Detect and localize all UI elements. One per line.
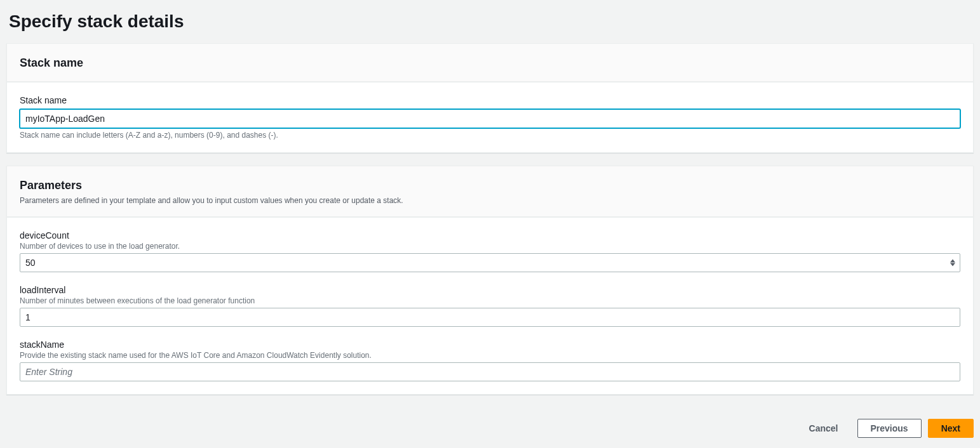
loadinterval-label: loadInterval [20, 285, 960, 295]
stacknameparam-input[interactable] [20, 362, 960, 381]
parameters-section-subtitle: Parameters are defined in your template … [20, 196, 960, 205]
parameters-panel-header: Parameters Parameters are defined in you… [7, 166, 973, 217]
footer-actions: Cancel Previous Next [6, 407, 974, 440]
stack-name-panel: Stack name Stack name Stack name can inc… [6, 43, 974, 153]
stack-name-panel-header: Stack name [7, 44, 973, 82]
devicecount-select[interactable]: 50 [20, 253, 960, 272]
stack-name-help: Stack name can include letters (A-Z and … [20, 131, 960, 140]
loadinterval-description: Number of minutes between executions of … [20, 296, 960, 305]
previous-button[interactable]: Previous [857, 419, 922, 438]
parameters-panel: Parameters Parameters are defined in you… [6, 166, 974, 395]
devicecount-label: deviceCount [20, 230, 960, 240]
stacknameparam-description: Provide the existing stack name used for… [20, 351, 960, 360]
loadinterval-input[interactable] [20, 308, 960, 327]
stack-name-section-title: Stack name [20, 56, 960, 70]
stack-name-input[interactable] [20, 109, 960, 128]
parameters-panel-body: deviceCount Number of devices to use in … [7, 217, 973, 394]
stack-name-panel-body: Stack name Stack name can include letter… [7, 82, 973, 152]
stack-name-label: Stack name [20, 95, 960, 105]
stacknameparam-label: stackName [20, 339, 960, 350]
page-title: Specify stack details [9, 11, 974, 32]
next-button[interactable]: Next [928, 419, 974, 438]
parameters-section-title: Parameters [20, 179, 960, 192]
devicecount-description: Number of devices to use in the load gen… [20, 242, 960, 251]
cancel-button[interactable]: Cancel [796, 419, 851, 437]
